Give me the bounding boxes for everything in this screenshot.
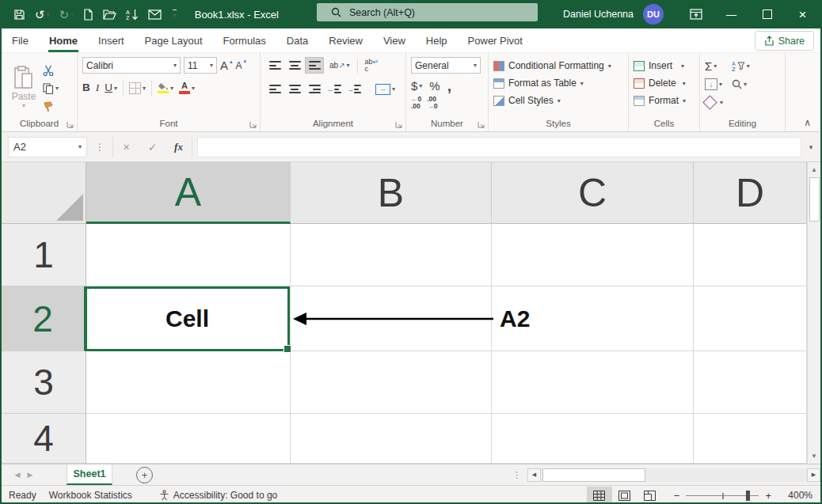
merge-center-button[interactable]: ↔ ▾ [375,82,395,97]
scroll-up-icon[interactable]: ▲ [808,162,820,177]
maximize-button[interactable] [749,0,785,28]
sheet-tab-sheet1[interactable]: Sheet1 [67,464,112,485]
increase-decimal-button[interactable]: ←0 .00 [411,96,421,109]
customize-qat-button[interactable]: ▾ [169,4,179,25]
previous-sheet-icon[interactable]: ◀ [11,471,24,479]
wrap-text-button[interactable]: ab↵c [365,59,379,73]
cell-d3[interactable] [694,351,807,414]
tab-power-pivot[interactable]: Power Pivot [458,28,533,52]
delete-cells-button[interactable]: Delete ▾ [634,74,695,92]
fill-button[interactable]: ↓ ▾ [705,78,732,92]
accounting-format-button[interactable]: $ ▾ [411,79,422,93]
avatar[interactable]: DU [643,4,664,25]
collapse-ribbon-button[interactable]: ∧ [786,53,820,131]
decrease-font-size-button[interactable]: A ▾ [236,59,247,73]
row-header-4[interactable]: 4 [2,414,86,464]
vertical-scrollbar[interactable]: ▲ ▼ [807,162,820,464]
column-header-a[interactable]: A [86,162,291,224]
dialog-launcher-icon[interactable] [249,121,257,129]
zoom-slider[interactable] [686,491,759,501]
zoom-out-button[interactable]: − [674,490,680,502]
tab-insert[interactable]: Insert [88,28,135,52]
next-sheet-icon[interactable]: ▶ [24,471,36,479]
page-layout-view-button[interactable] [612,487,637,504]
comma-style-button[interactable]: , [447,78,451,93]
tab-review[interactable]: Review [318,28,373,52]
conditional-formatting-button[interactable]: Conditional Formatting ▾ [493,57,623,74]
enter-button[interactable]: ✓ [139,137,166,157]
scroll-down-icon[interactable]: ▼ [808,449,820,464]
percent-style-button[interactable]: % [429,80,440,92]
insert-cells-button[interactable]: Insert ▾ [634,57,695,74]
tab-help[interactable]: Help [416,28,458,52]
italic-button[interactable]: I [96,82,100,93]
workbook-statistics-button[interactable]: Workbook Statistics [49,490,132,501]
cell-b3[interactable] [291,351,492,414]
accessibility-status[interactable]: Accessibility: Good to go [159,490,277,501]
cancel-button[interactable]: × [113,137,139,157]
autosum-button[interactable]: Σ ▾ [705,59,732,74]
insert-function-button[interactable]: fx [166,137,192,157]
paste-button[interactable]: Paste ▾ [6,66,41,109]
sort-filter-button[interactable]: AZ ▾ [732,59,763,74]
cell-d2[interactable] [694,286,807,351]
bottom-align-button[interactable] [305,57,324,74]
decrease-indent-button[interactable]: ← [325,81,344,97]
cell-a3[interactable] [86,351,291,414]
decrease-decimal-button[interactable]: .00 →0 [427,96,437,109]
new-sheet-button[interactable]: + [136,467,153,483]
increase-indent-button[interactable]: → [344,81,363,97]
borders-button[interactable]: ▾ [129,81,146,95]
fill-color-button[interactable]: ▾ [158,81,173,95]
horizontal-scrollbar[interactable]: ◀ ▶ [527,464,820,485]
increase-font-size-button[interactable]: A ▴ [220,59,233,73]
cut-button[interactable] [43,63,59,78]
format-cells-button[interactable]: Format ▾ [634,92,695,109]
clear-button[interactable]: ▾ [705,96,732,110]
top-align-button[interactable] [265,57,284,74]
cell-c3[interactable] [492,351,694,414]
search-input[interactable]: Search (Alt+Q) [317,3,538,21]
row-header-3[interactable]: 3 [2,351,86,414]
tab-data[interactable]: Data [276,28,318,52]
expand-formula-bar-button[interactable]: ▾ [801,143,820,151]
ribbon-display-options-button[interactable] [678,0,714,28]
underline-button[interactable]: U ▾ [105,81,117,95]
share-button[interactable]: Share [755,31,814,51]
cell-d1[interactable] [694,224,807,286]
vertical-scrollbar-thumb[interactable] [809,177,820,222]
normal-view-button[interactable] [587,487,612,504]
redo-button[interactable]: ↻ ▾ [57,4,77,25]
horizontal-scrollbar-track[interactable] [541,468,807,482]
tab-file[interactable]: File [2,28,39,52]
font-color-button[interactable]: A ▾ [179,81,195,95]
tab-formulas[interactable]: Formulas [213,28,276,52]
close-button[interactable]: × [785,0,820,28]
new-file-button[interactable] [81,4,96,25]
tab-page-layout[interactable]: Page Layout [135,28,213,52]
cell-d4[interactable] [694,414,807,464]
tab-home[interactable]: Home [39,28,88,52]
name-box[interactable]: A2 ▾ [8,137,87,157]
splitter-dots-icon[interactable]: ⋮ [512,470,521,480]
column-header-c[interactable]: C [492,162,694,224]
column-header-d[interactable]: D [694,162,807,224]
align-center-button[interactable] [285,81,304,97]
drag-dots-icon[interactable]: ⋮ [95,142,105,153]
column-header-b[interactable]: B [291,162,492,224]
font-name-select[interactable]: Calibri ▾ [82,57,181,74]
font-size-select[interactable]: 11 ▾ [184,57,217,74]
format-painter-button[interactable] [43,100,59,114]
row-header-2[interactable]: 2 [2,286,86,351]
copy-button[interactable]: ▾ [43,81,59,96]
email-button[interactable] [146,4,164,25]
select-all-button[interactable] [2,162,86,224]
formula-input[interactable] [197,137,801,157]
zoom-in-button[interactable]: + [765,490,771,502]
dialog-launcher-icon[interactable] [395,121,403,129]
number-format-select[interactable]: General ▾ [411,57,481,74]
align-left-button[interactable] [265,81,284,97]
dialog-launcher-icon[interactable] [478,121,485,129]
cell-a1[interactable] [86,224,291,286]
tab-view[interactable]: View [373,28,416,52]
